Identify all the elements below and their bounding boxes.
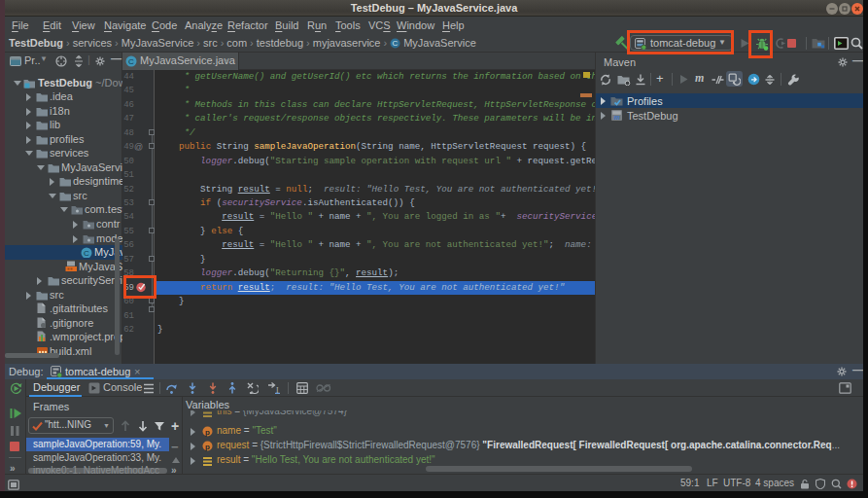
svg-text:C: C	[393, 39, 399, 48]
svg-text:C: C	[128, 57, 134, 66]
svg-text:p: p	[205, 443, 210, 451]
svg-text:C: C	[84, 248, 89, 257]
svg-text:m: m	[614, 113, 620, 122]
svg-text:p: p	[205, 428, 210, 437]
